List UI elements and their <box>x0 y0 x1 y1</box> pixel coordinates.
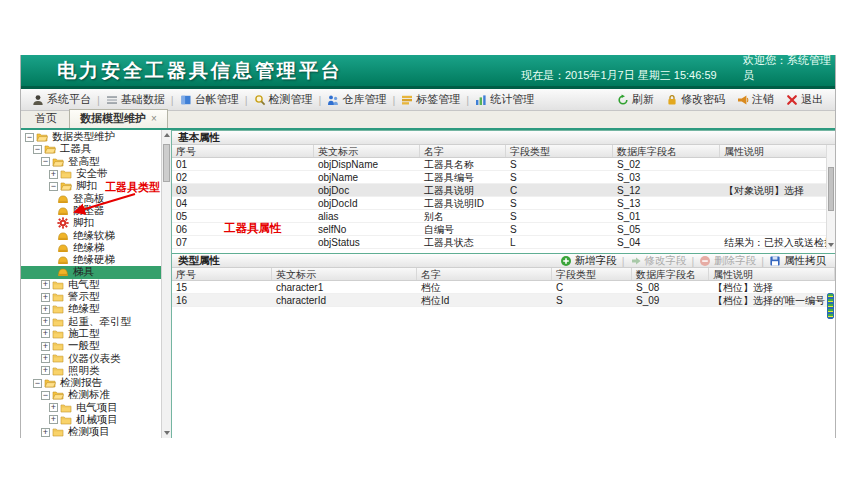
toolbar-divider: | <box>761 255 764 267</box>
tree-scrollbar-thumb[interactable] <box>163 144 170 182</box>
copy-attributes-button[interactable]: 属性拷贝 <box>766 254 829 268</box>
change-password-button[interactable]: 修改密码 <box>660 92 731 107</box>
menu-item-3[interactable]: 台帐管理 <box>175 92 244 107</box>
folder-icon <box>52 291 64 303</box>
expand-icon[interactable]: + <box>49 170 58 179</box>
table-row[interactable]: 15character1档位CS_08【档位】选择 <box>172 281 835 294</box>
basic-table-scrollbar[interactable] <box>826 145 835 249</box>
exit-icon <box>786 94 798 106</box>
table-cell: 02 <box>172 171 314 183</box>
exit-button[interactable]: 退出 <box>780 92 829 107</box>
menu-item-7[interactable]: 统计管理 <box>470 92 539 107</box>
expand-icon[interactable]: + <box>41 280 50 289</box>
collapse-icon[interactable]: − <box>49 182 58 191</box>
tree-node[interactable]: +照明类 <box>21 365 161 377</box>
folder-icon <box>60 402 72 414</box>
tree-scrollbar[interactable] <box>161 130 171 438</box>
tree-node[interactable]: +仪器仪表类 <box>21 352 161 364</box>
tree-node[interactable]: +施工型 <box>21 328 161 340</box>
table-cell: S <box>552 294 632 306</box>
tree-node[interactable]: +机械项目 <box>21 414 161 426</box>
menu-item-5[interactable]: 仓库管理 <box>322 92 391 107</box>
expand-icon[interactable]: + <box>49 415 58 424</box>
tab-home[interactable]: 首页 <box>25 110 67 128</box>
folder-icon <box>60 168 72 180</box>
table-cell: 工器具状态 <box>420 236 506 248</box>
logout-button[interactable]: 注销 <box>731 92 780 107</box>
tree-node[interactable]: −数据类型维护 <box>21 131 161 143</box>
menu-item-2[interactable]: 基础数据 <box>101 92 170 107</box>
table-cell: 15 <box>172 281 272 293</box>
expand-icon[interactable]: + <box>41 342 50 351</box>
tree-node[interactable]: 绝缘硬梯 <box>21 254 161 266</box>
table-row[interactable]: 02objName工器具编号SS_03 <box>172 171 835 184</box>
table-cell: character1 <box>272 281 417 293</box>
table-cell: S_09 <box>632 294 709 306</box>
collapse-icon[interactable]: − <box>33 145 42 154</box>
tree-node[interactable]: 梯具 <box>21 266 161 278</box>
menu-item-6[interactable]: 标签管理 <box>396 92 465 107</box>
collapse-icon[interactable]: − <box>25 133 34 142</box>
add-field-button[interactable]: 新增字段 <box>557 254 620 268</box>
menu-item-label: 标签管理 <box>416 92 460 107</box>
collapse-icon[interactable]: − <box>41 391 50 400</box>
expand-icon[interactable]: + <box>41 366 50 375</box>
folder-icon <box>52 365 64 377</box>
table-row[interactable]: 16characterId档位IdSS_09【档位】选择的'唯一编号 <box>172 294 835 307</box>
table-cell: S_01 <box>613 210 720 222</box>
scroll-down-icon[interactable] <box>164 431 170 435</box>
basic-table-scrollbar-thumb[interactable] <box>828 167 834 211</box>
collapse-icon[interactable]: − <box>33 379 42 388</box>
table-row[interactable]: 04objDocId工器具说明IDSS_13 <box>172 197 835 210</box>
menu-item-4[interactable]: 检测管理 <box>249 92 318 107</box>
folder-icon <box>52 352 64 364</box>
tree-node[interactable]: −检测报告 <box>21 377 161 389</box>
tree-node[interactable]: 绝缘梯 <box>21 242 161 254</box>
tree-node[interactable]: −检测标准 <box>21 389 161 401</box>
tree-node[interactable]: +警示型 <box>21 291 161 303</box>
tab-data-model-maintenance[interactable]: 数据模型维护 × <box>69 109 168 128</box>
tree-node[interactable]: 绝缘软梯 <box>21 229 161 241</box>
tree-node[interactable]: +安全带 <box>21 168 161 180</box>
table-cell: 工器具说明ID <box>420 197 506 209</box>
scroll-up-icon[interactable] <box>164 133 170 137</box>
basic-attrs-table: 工器具属性 01objDispName工器具名称SS_0202objName工器… <box>172 158 835 253</box>
table-cell: S_02 <box>613 158 720 170</box>
expand-icon[interactable]: + <box>41 329 50 338</box>
menu-action-label: 刷新 <box>632 92 654 107</box>
table-row[interactable]: 07objStatus工器具状态LS_04结果为：已投入或送检报废... <box>172 236 835 249</box>
tree-node[interactable]: +电气项目 <box>21 402 161 414</box>
tab-home-label: 首页 <box>35 112 57 124</box>
tree-node[interactable]: −工器具 <box>21 143 161 155</box>
tab-close-icon[interactable]: × <box>151 114 157 124</box>
scroll-down-icon[interactable] <box>828 243 834 247</box>
expand-icon[interactable]: + <box>41 293 50 302</box>
folder-open-icon <box>44 143 56 155</box>
type-attrs-header: 类型属性 新增字段|修改字段|删除字段|属性拷贝 <box>172 254 835 268</box>
expand-icon[interactable]: + <box>41 354 50 363</box>
column-header: 序号 <box>172 268 272 280</box>
expand-icon[interactable]: + <box>41 305 50 314</box>
table-row[interactable]: 01objDispName工器具名称SS_02 <box>172 158 835 171</box>
tree-node[interactable]: +起重、牵引型 <box>21 315 161 327</box>
column-header: 属性说明 <box>709 268 835 280</box>
type-table-scrollbar-thumb[interactable] <box>827 293 834 319</box>
collapse-icon[interactable]: − <box>41 157 50 166</box>
tree-node[interactable]: +一般型 <box>21 340 161 352</box>
toolbar-button-label: 删除字段 <box>714 254 756 268</box>
tree-node[interactable]: −登高型 <box>21 156 161 168</box>
expand-icon[interactable]: + <box>49 403 58 412</box>
tree-node[interactable]: +电气型 <box>21 279 161 291</box>
expand-icon[interactable]: + <box>41 428 50 437</box>
refresh-button[interactable]: 刷新 <box>611 92 660 107</box>
table-header-row: 序号英文标示名字字段类型数据库字段名属性说明 <box>172 268 835 281</box>
table-row[interactable]: 03objDoc工器具说明CS_12【对象说明】选择 <box>172 184 835 197</box>
menu-action-label: 修改密码 <box>681 92 725 107</box>
type-attrs-table-head: 序号英文标示名字字段类型数据库字段名属性说明 <box>172 268 835 281</box>
type-attrs-toolbar: 新增字段|修改字段|删除字段|属性拷贝 <box>557 254 829 268</box>
table-cell: 16 <box>172 294 272 306</box>
menu-item-1[interactable]: 系统平台 <box>27 92 96 107</box>
tree-node[interactable]: +绝缘型 <box>21 303 161 315</box>
expand-icon[interactable]: + <box>41 317 50 326</box>
tree-node[interactable]: +检测项目 <box>21 426 161 438</box>
